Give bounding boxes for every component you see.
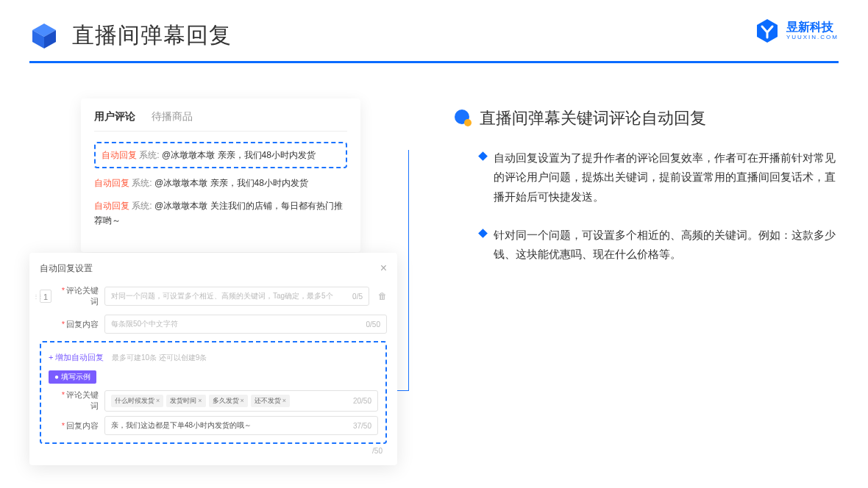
bubble-icon	[453, 109, 472, 128]
brand-name-cn: 昱新科技	[786, 21, 839, 33]
tab-user-comments[interactable]: 用户评论	[94, 110, 135, 131]
add-reply-link[interactable]: + 增加自动回复	[49, 352, 104, 363]
row-number: 1	[40, 290, 51, 303]
auto-reply-tag: 自动回复	[102, 150, 137, 160]
diamond-icon	[478, 229, 488, 238]
description-panel: 直播间弹幕关键词评论自动回复 自动回复设置为了提升作者的评论回复效率，作者可在开…	[453, 98, 839, 283]
comment-row: 自动回复 系统: @冰墩墩本墩 关注我们的店铺，每日都有热门推荐哟～	[94, 198, 347, 229]
brand-logo-icon	[754, 18, 780, 44]
keyword-input[interactable]: 对同一个问题，可设置多个相近、高频的关键词，Tag确定，最多5个 0/5	[104, 287, 369, 306]
header: 直播间弹幕回复 昱新科技 YUUXIN.COM	[0, 0, 868, 51]
highlighted-comment: 自动回复 系统: @冰墩墩本墩 亲亲，我们48小时内发货	[94, 142, 347, 168]
close-icon[interactable]: ×	[380, 262, 387, 275]
example-reply-input[interactable]: 亲，我们这边都是下单48小时内发货的哦～ 37/50	[104, 416, 378, 435]
delete-icon[interactable]: 🗑	[378, 291, 387, 301]
page-title: 直播间弹幕回复	[72, 21, 232, 51]
comment-row: 自动回复 系统: @冰墩墩本墩 亲亲，我们48小时内发货	[94, 176, 347, 190]
example-keyword-input[interactable]: 什么时候发货 发货时间 多久发货 还不发货 20/50	[104, 390, 378, 412]
reply-input[interactable]: 每条限50个中文字符 0/50	[104, 315, 387, 334]
settings-title: 自动回复设置	[40, 262, 93, 275]
bullet-item: 自动回复设置为了提升作者的评论回复效率，作者可在开播前针对常见的评论用户问题，提…	[453, 148, 839, 207]
svg-point-4	[464, 119, 472, 126]
bullet-item: 针对同一个问题，可设置多个相近的、高频的关键词。例如：这款多少钱、这块能优惠吗、…	[453, 226, 839, 265]
brand: 昱新科技 YUUXIN.COM	[754, 18, 839, 44]
section-title: 直播间弹幕关键词评论自动回复	[480, 107, 706, 129]
brand-name-en: YUUXIN.COM	[786, 35, 839, 40]
diamond-icon	[478, 151, 488, 161]
screenshot-panel: 用户评论 待播商品 自动回复 系统: @冰墩墩本墩 亲亲，我们48小时内发货 自…	[29, 98, 412, 283]
example-highlight: + 增加自动回复 最多可建10条 还可以创建9条 ● 填写示例 *评论关键词 什…	[40, 341, 387, 444]
comments-card: 用户评论 待播商品 自动回复 系统: @冰墩墩本墩 亲亲，我们48小时内发货 自…	[81, 98, 360, 252]
settings-card: 自动回复设置 × 1 *评论关键词 对同一个问题，可设置多个相近、高频的关键词，…	[29, 253, 397, 465]
tab-products[interactable]: 待播商品	[152, 110, 193, 131]
cube-logo-icon	[29, 21, 59, 51]
example-badge: ● 填写示例	[49, 370, 96, 384]
tabs: 用户评论 待播商品	[94, 110, 347, 132]
bottom-count: /50	[40, 444, 387, 455]
